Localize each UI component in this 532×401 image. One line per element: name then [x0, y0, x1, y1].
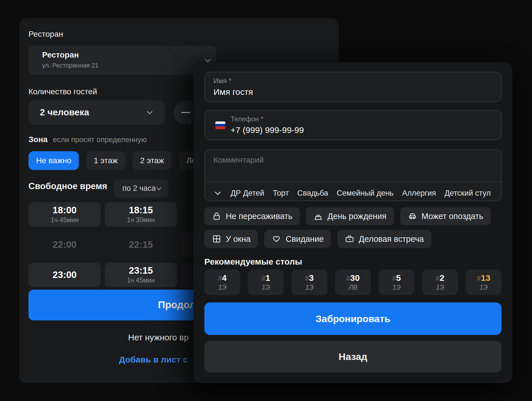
hash-symbol: #	[346, 274, 350, 282]
divider	[205, 182, 501, 182]
hash-symbol: #	[436, 274, 440, 282]
table-card-1[interactable]: #1 1Э	[248, 269, 284, 295]
recommended-tables-label: Рекомендуемые столы	[204, 257, 302, 267]
chevron-down-icon[interactable]	[213, 189, 222, 197]
comment-field[interactable]: Комментарий ДР Детей Торт Свадьба Семейн…	[204, 149, 502, 201]
duration-filter-value: по 2 часа	[122, 184, 156, 193]
no-time-text: Нет нужного вр	[128, 333, 189, 342]
table-zone: 1Э	[262, 284, 270, 291]
restaurant-address: ул. Ресторанная 21	[42, 62, 98, 69]
time-slot-1800[interactable]: 18:00 1ч 45мин	[28, 202, 101, 227]
guests-select[interactable]: 2 человека	[28, 100, 165, 125]
name-field-value: Имя гостя	[213, 87, 253, 97]
heart-icon	[272, 234, 281, 244]
name-field[interactable]: Имя * Имя гостя	[204, 72, 502, 102]
table-zone: 1Э	[218, 284, 227, 291]
recommended-tables-row: #4 1Э #1 1Э #3 1Э #30 ЛВ #5 1Э #2 1Э	[204, 269, 502, 295]
table-number: 5	[396, 273, 401, 283]
table-zone: ЛВ	[348, 284, 357, 291]
phone-field-label: Телефон *	[231, 115, 264, 123]
suggestion-family-day[interactable]: Семейный день	[337, 189, 394, 198]
slot-time: 23:15	[129, 265, 153, 276]
suggestion-allergy[interactable]: Аллергия	[402, 189, 436, 198]
time-slot-2215-disabled: 22:15	[105, 232, 177, 257]
table-number: 2	[440, 273, 445, 283]
tag-by-window[interactable]: У окна	[204, 230, 258, 248]
tag-label: Может опоздать	[422, 212, 483, 221]
tag-may-be-late[interactable]: Может опоздать	[400, 207, 491, 225]
comment-suggestions-row: ДР Детей Торт Свадьба Семейный день Алле…	[213, 186, 491, 200]
suggestion-wedding[interactable]: Свадьба	[297, 189, 328, 198]
slot-time: 22:00	[53, 240, 77, 250]
comment-placeholder: Комментарий	[213, 156, 264, 165]
time-slot-2315[interactable]: 23:15 1ч 45мин	[105, 263, 177, 287]
table-card-5[interactable]: #5 1Э	[379, 269, 414, 295]
suggestion-kids-bday[interactable]: ДР Детей	[231, 189, 264, 198]
table-number: 1	[266, 273, 270, 283]
tag-row-2: У окна Свидание Деловая встреча	[204, 230, 431, 248]
hash-symbol: #	[218, 274, 222, 282]
hash-symbol: #	[392, 274, 396, 282]
hash-symbol: #	[305, 274, 309, 282]
tag-birthday[interactable]: День рождения	[306, 207, 394, 225]
zone-chip-any[interactable]: Не важно	[28, 151, 79, 170]
phone-field-value: +7 (999) 999-99-99	[231, 125, 304, 135]
tag-date[interactable]: Свидание	[264, 230, 331, 248]
tag-label: У окна	[226, 234, 250, 244]
time-slot-2300[interactable]: 23:00	[28, 263, 101, 287]
zone-section-label: Зона если просят определенную	[28, 135, 147, 144]
zone-chip-row: Не важно 1 этаж 2 этаж Летня	[28, 151, 216, 170]
waitlist-link[interactable]: Добавь в лист с	[119, 355, 188, 365]
slot-time: 18:00	[53, 205, 77, 215]
slot-time: 18:15	[129, 205, 153, 215]
guests-section-label: Количество гостей	[28, 87, 97, 96]
tag-label: Не пересаживать	[226, 212, 292, 221]
table-zone: 1Э	[393, 284, 401, 291]
zone-hint: если просят определенную	[53, 135, 147, 144]
tag-label: День рождения	[327, 212, 386, 221]
table-card-30[interactable]: #30 ЛВ	[335, 269, 371, 295]
table-zone: 1Э	[480, 284, 488, 291]
russia-flag-icon	[215, 121, 225, 129]
free-time-label: Свободное время	[28, 181, 107, 191]
briefcase-icon	[345, 234, 354, 244]
slot-duration: 1ч 45мин	[51, 216, 79, 224]
table-card-13-highlighted[interactable]: #13 1Э	[466, 269, 502, 295]
book-button[interactable]: Забронировать	[204, 302, 502, 335]
time-slot-2200-disabled: 22:00	[28, 232, 101, 257]
table-number: 4	[222, 273, 227, 283]
minus-icon	[181, 112, 190, 113]
table-zone: 1Э	[436, 284, 444, 291]
tag-business-meeting[interactable]: Деловая встреча	[337, 230, 431, 248]
suggestion-high-chair[interactable]: Детский стул	[445, 189, 491, 198]
cake-icon	[313, 211, 323, 221]
table-number: 13	[481, 273, 490, 283]
table-card-2[interactable]: #2 1Э	[422, 269, 458, 295]
table-card-4[interactable]: #4 1Э	[204, 269, 240, 295]
slot-duration: 1ч 45мин	[127, 277, 155, 284]
tag-label: Свидание	[285, 234, 324, 244]
zone-chip-floor2[interactable]: 2 этаж	[132, 151, 172, 170]
booking-screen: Ресторан Ресторан ул. Ресторанная 21 Кол…	[0, 0, 532, 401]
suggestion-cake[interactable]: Торт	[273, 189, 289, 198]
slot-time: 22:15	[129, 240, 153, 250]
back-button[interactable]: Назад	[204, 341, 502, 373]
window-icon	[212, 234, 221, 244]
table-card-3[interactable]: #3 1Э	[291, 269, 327, 295]
zone-chip-floor1[interactable]: 1 этаж	[86, 151, 125, 170]
tag-no-reseating[interactable]: Не пересаживать	[204, 207, 300, 225]
chevron-down-icon	[146, 109, 154, 116]
lock-icon	[212, 211, 221, 221]
time-slot-1815[interactable]: 18:15 1ч 30мин	[105, 202, 177, 227]
restaurant-select[interactable]: Ресторан ул. Ресторанная 21	[28, 46, 216, 75]
duration-filter-select[interactable]: по 2 часа	[114, 179, 169, 198]
table-zone: 1Э	[305, 284, 314, 291]
guests-value: 2 человека	[40, 107, 89, 118]
tag-label: Деловая встреча	[359, 234, 424, 244]
slot-duration: 1ч 30мин	[127, 216, 155, 224]
restaurant-name: Ресторан	[42, 50, 79, 60]
zone-label: Зона	[28, 135, 48, 144]
phone-field[interactable]: Телефон * +7 (999) 999-99-99	[204, 110, 502, 140]
slot-time: 23:00	[53, 270, 77, 280]
hash-symbol: #	[477, 274, 481, 282]
